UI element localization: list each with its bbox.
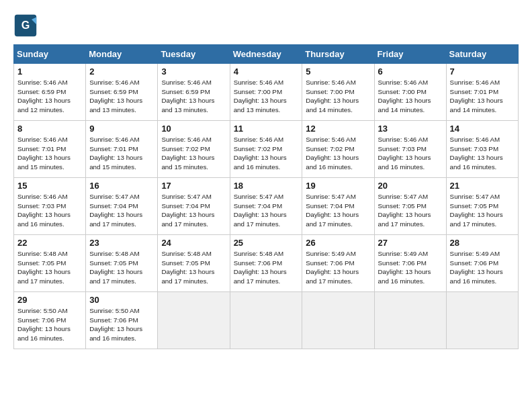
day-number: 2	[89, 66, 154, 77]
weekday-header-monday: Monday	[86, 45, 158, 64]
calendar-cell: 2Sunrise: 5:46 AMSunset: 6:59 PMDaylight…	[86, 64, 158, 121]
weekday-header-saturday: Saturday	[446, 45, 518, 64]
calendar-cell	[374, 292, 446, 349]
day-info: Sunrise: 5:47 AMSunset: 7:05 PMDaylight:…	[450, 192, 515, 229]
calendar-cell: 26Sunrise: 5:49 AMSunset: 7:06 PMDayligh…	[302, 235, 374, 292]
day-info: Sunrise: 5:47 AMSunset: 7:04 PMDaylight:…	[234, 192, 299, 229]
day-info: Sunrise: 5:46 AMSunset: 7:02 PMDaylight:…	[306, 135, 370, 172]
calendar-cell: 7Sunrise: 5:46 AMSunset: 7:01 PMDaylight…	[446, 64, 518, 121]
day-number: 22	[17, 238, 82, 248]
day-info: Sunrise: 5:50 AMSunset: 7:06 PMDaylight:…	[89, 306, 154, 343]
week-row-3: 15Sunrise: 5:46 AMSunset: 7:03 PMDayligh…	[14, 178, 519, 235]
day-number: 24	[161, 238, 226, 248]
calendar-cell: 23Sunrise: 5:48 AMSunset: 7:05 PMDayligh…	[86, 235, 158, 292]
calendar-cell: 9Sunrise: 5:46 AMSunset: 7:01 PMDaylight…	[86, 121, 158, 178]
day-number: 10	[161, 124, 226, 134]
day-number: 15	[17, 181, 82, 191]
week-row-2: 8Sunrise: 5:46 AMSunset: 7:01 PMDaylight…	[14, 121, 519, 178]
day-number: 20	[378, 181, 443, 191]
weekday-header-row: SundayMondayTuesdayWednesdayThursdayFrid…	[14, 45, 519, 64]
weekday-header-friday: Friday	[374, 45, 446, 64]
day-number: 11	[234, 124, 299, 134]
day-info: Sunrise: 5:48 AMSunset: 7:05 PMDaylight:…	[17, 249, 82, 286]
day-info: Sunrise: 5:46 AMSunset: 6:59 PMDaylight:…	[17, 78, 82, 115]
svg-text:G: G	[21, 19, 30, 31]
day-number: 19	[306, 181, 370, 191]
calendar-cell: 14Sunrise: 5:46 AMSunset: 7:03 PMDayligh…	[446, 121, 518, 178]
day-number: 27	[378, 238, 443, 248]
day-info: Sunrise: 5:49 AMSunset: 7:06 PMDaylight:…	[450, 249, 515, 286]
weekday-header-wednesday: Wednesday	[230, 45, 302, 64]
calendar-cell: 24Sunrise: 5:48 AMSunset: 7:05 PMDayligh…	[158, 235, 230, 292]
calendar-cell: 3Sunrise: 5:46 AMSunset: 6:59 PMDaylight…	[158, 64, 230, 121]
day-info: Sunrise: 5:46 AMSunset: 7:01 PMDaylight:…	[89, 135, 154, 172]
week-row-1: 1Sunrise: 5:46 AMSunset: 6:59 PMDaylight…	[14, 64, 519, 121]
day-info: Sunrise: 5:48 AMSunset: 7:05 PMDaylight:…	[89, 249, 154, 286]
day-info: Sunrise: 5:46 AMSunset: 7:03 PMDaylight:…	[450, 135, 515, 172]
day-number: 29	[17, 295, 82, 305]
day-number: 17	[161, 181, 226, 191]
calendar-cell	[302, 292, 374, 349]
day-number: 8	[17, 124, 82, 134]
day-info: Sunrise: 5:49 AMSunset: 7:06 PMDaylight:…	[306, 249, 370, 286]
day-info: Sunrise: 5:47 AMSunset: 7:04 PMDaylight:…	[89, 192, 154, 229]
weekday-header-sunday: Sunday	[14, 45, 86, 64]
day-info: Sunrise: 5:47 AMSunset: 7:05 PMDaylight:…	[378, 192, 443, 229]
day-number: 13	[378, 124, 443, 134]
logo-icon: G	[13, 13, 38, 38]
calendar-cell: 11Sunrise: 5:46 AMSunset: 7:02 PMDayligh…	[230, 121, 302, 178]
day-number: 9	[89, 124, 154, 134]
day-number: 1	[17, 66, 82, 77]
weekday-header-tuesday: Tuesday	[158, 45, 230, 64]
calendar-table: SundayMondayTuesdayWednesdayThursdayFrid…	[13, 44, 519, 349]
calendar-cell: 17Sunrise: 5:47 AMSunset: 7:04 PMDayligh…	[158, 178, 230, 235]
day-info: Sunrise: 5:48 AMSunset: 7:06 PMDaylight:…	[234, 249, 299, 286]
calendar-cell: 27Sunrise: 5:49 AMSunset: 7:06 PMDayligh…	[374, 235, 446, 292]
page-header: G	[13, 13, 519, 38]
calendar-cell: 21Sunrise: 5:47 AMSunset: 7:05 PMDayligh…	[446, 178, 518, 235]
day-info: Sunrise: 5:46 AMSunset: 6:59 PMDaylight:…	[89, 78, 154, 115]
day-info: Sunrise: 5:46 AMSunset: 6:59 PMDaylight:…	[161, 78, 226, 115]
calendar-cell: 15Sunrise: 5:46 AMSunset: 7:03 PMDayligh…	[14, 178, 86, 235]
calendar-cell: 10Sunrise: 5:46 AMSunset: 7:02 PMDayligh…	[158, 121, 230, 178]
calendar-cell: 1Sunrise: 5:46 AMSunset: 6:59 PMDaylight…	[14, 64, 86, 121]
day-number: 7	[450, 66, 515, 77]
day-info: Sunrise: 5:46 AMSunset: 7:00 PMDaylight:…	[378, 78, 443, 115]
day-info: Sunrise: 5:47 AMSunset: 7:04 PMDaylight:…	[306, 192, 370, 229]
day-info: Sunrise: 5:46 AMSunset: 7:00 PMDaylight:…	[306, 78, 370, 115]
week-row-4: 22Sunrise: 5:48 AMSunset: 7:05 PMDayligh…	[14, 235, 519, 292]
day-number: 30	[89, 295, 154, 305]
week-row-5: 29Sunrise: 5:50 AMSunset: 7:06 PMDayligh…	[14, 292, 519, 349]
day-number: 25	[234, 238, 299, 248]
calendar-cell: 19Sunrise: 5:47 AMSunset: 7:04 PMDayligh…	[302, 178, 374, 235]
day-info: Sunrise: 5:49 AMSunset: 7:06 PMDaylight:…	[378, 249, 443, 286]
calendar-cell: 22Sunrise: 5:48 AMSunset: 7:05 PMDayligh…	[14, 235, 86, 292]
calendar-cell: 30Sunrise: 5:50 AMSunset: 7:06 PMDayligh…	[86, 292, 158, 349]
calendar-cell: 28Sunrise: 5:49 AMSunset: 7:06 PMDayligh…	[446, 235, 518, 292]
day-number: 23	[89, 238, 154, 248]
calendar-cell: 29Sunrise: 5:50 AMSunset: 7:06 PMDayligh…	[14, 292, 86, 349]
day-info: Sunrise: 5:46 AMSunset: 7:01 PMDaylight:…	[17, 135, 82, 172]
day-info: Sunrise: 5:46 AMSunset: 7:03 PMDaylight:…	[378, 135, 443, 172]
calendar-cell: 8Sunrise: 5:46 AMSunset: 7:01 PMDaylight…	[14, 121, 86, 178]
logo: G	[13, 13, 40, 38]
day-number: 21	[450, 181, 515, 191]
day-number: 18	[234, 181, 299, 191]
calendar-cell: 5Sunrise: 5:46 AMSunset: 7:00 PMDaylight…	[302, 64, 374, 121]
day-info: Sunrise: 5:46 AMSunset: 7:01 PMDaylight:…	[450, 78, 515, 115]
day-number: 5	[306, 66, 370, 77]
calendar-cell: 12Sunrise: 5:46 AMSunset: 7:02 PMDayligh…	[302, 121, 374, 178]
day-number: 16	[89, 181, 154, 191]
day-number: 6	[378, 66, 443, 77]
day-info: Sunrise: 5:46 AMSunset: 7:02 PMDaylight:…	[161, 135, 226, 172]
day-number: 26	[306, 238, 370, 248]
day-number: 28	[450, 238, 515, 248]
day-number: 3	[161, 66, 226, 77]
calendar-cell	[158, 292, 230, 349]
day-number: 4	[234, 66, 299, 77]
day-info: Sunrise: 5:48 AMSunset: 7:05 PMDaylight:…	[161, 249, 226, 286]
calendar-cell: 13Sunrise: 5:46 AMSunset: 7:03 PMDayligh…	[374, 121, 446, 178]
calendar-cell	[230, 292, 302, 349]
day-info: Sunrise: 5:50 AMSunset: 7:06 PMDaylight:…	[17, 306, 82, 343]
calendar-cell: 4Sunrise: 5:46 AMSunset: 7:00 PMDaylight…	[230, 64, 302, 121]
